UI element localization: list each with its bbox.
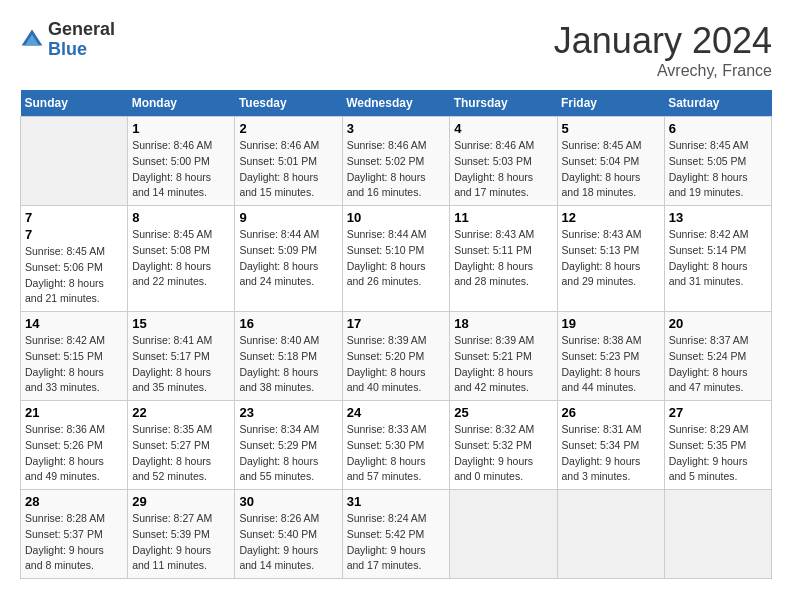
day-number: 12 xyxy=(562,210,660,225)
calendar-cell: 1Sunrise: 8:46 AM Sunset: 5:00 PM Daylig… xyxy=(128,117,235,206)
day-number: 23 xyxy=(239,405,337,420)
calendar-cell: 11Sunrise: 8:43 AM Sunset: 5:11 PM Dayli… xyxy=(450,206,557,312)
day-info: Sunrise: 8:46 AM Sunset: 5:01 PM Dayligh… xyxy=(239,138,337,201)
calendar-cell: 17Sunrise: 8:39 AM Sunset: 5:20 PM Dayli… xyxy=(342,312,450,401)
day-info: Sunrise: 8:27 AM Sunset: 5:39 PM Dayligh… xyxy=(132,511,230,574)
calendar-cell: 18Sunrise: 8:39 AM Sunset: 5:21 PM Dayli… xyxy=(450,312,557,401)
day-number: 20 xyxy=(669,316,767,331)
day-info: Sunrise: 8:43 AM Sunset: 5:11 PM Dayligh… xyxy=(454,227,552,290)
day-info: Sunrise: 8:45 AM Sunset: 5:06 PM Dayligh… xyxy=(25,244,123,307)
calendar-cell: 3Sunrise: 8:46 AM Sunset: 5:02 PM Daylig… xyxy=(342,117,450,206)
calendar-cell: 13Sunrise: 8:42 AM Sunset: 5:14 PM Dayli… xyxy=(664,206,771,312)
day-info: Sunrise: 8:39 AM Sunset: 5:20 PM Dayligh… xyxy=(347,333,446,396)
calendar-cell: 16Sunrise: 8:40 AM Sunset: 5:18 PM Dayli… xyxy=(235,312,342,401)
day-number: 19 xyxy=(562,316,660,331)
day-info: Sunrise: 8:46 AM Sunset: 5:00 PM Dayligh… xyxy=(132,138,230,201)
calendar-cell: 4Sunrise: 8:46 AM Sunset: 5:03 PM Daylig… xyxy=(450,117,557,206)
calendar-cell: 31Sunrise: 8:24 AM Sunset: 5:42 PM Dayli… xyxy=(342,490,450,579)
day-info: Sunrise: 8:45 AM Sunset: 5:04 PM Dayligh… xyxy=(562,138,660,201)
calendar-cell: 15Sunrise: 8:41 AM Sunset: 5:17 PM Dayli… xyxy=(128,312,235,401)
day-number: 16 xyxy=(239,316,337,331)
day-info: Sunrise: 8:26 AM Sunset: 5:40 PM Dayligh… xyxy=(239,511,337,574)
day-info: Sunrise: 8:45 AM Sunset: 5:05 PM Dayligh… xyxy=(669,138,767,201)
day-info: Sunrise: 8:40 AM Sunset: 5:18 PM Dayligh… xyxy=(239,333,337,396)
day-number: 5 xyxy=(562,121,660,136)
calendar-week-row: 14Sunrise: 8:42 AM Sunset: 5:15 PM Dayli… xyxy=(21,312,772,401)
weekday-header-monday: Monday xyxy=(128,90,235,117)
day-number: 27 xyxy=(669,405,767,420)
calendar-cell: 24Sunrise: 8:33 AM Sunset: 5:30 PM Dayli… xyxy=(342,401,450,490)
day-info: Sunrise: 8:42 AM Sunset: 5:15 PM Dayligh… xyxy=(25,333,123,396)
calendar-table: SundayMondayTuesdayWednesdayThursdayFrid… xyxy=(20,90,772,579)
day-number: 7 xyxy=(25,227,123,242)
day-number: 1 xyxy=(132,121,230,136)
day-info: Sunrise: 8:34 AM Sunset: 5:29 PM Dayligh… xyxy=(239,422,337,485)
day-info: Sunrise: 8:41 AM Sunset: 5:17 PM Dayligh… xyxy=(132,333,230,396)
location-title: Avrechy, France xyxy=(554,62,772,80)
calendar-cell: 12Sunrise: 8:43 AM Sunset: 5:13 PM Dayli… xyxy=(557,206,664,312)
calendar-week-row: 21Sunrise: 8:36 AM Sunset: 5:26 PM Dayli… xyxy=(21,401,772,490)
logo-text: General Blue xyxy=(48,20,115,60)
day-info: Sunrise: 8:33 AM Sunset: 5:30 PM Dayligh… xyxy=(347,422,446,485)
day-info: Sunrise: 8:24 AM Sunset: 5:42 PM Dayligh… xyxy=(347,511,446,574)
calendar-cell: 6Sunrise: 8:45 AM Sunset: 5:05 PM Daylig… xyxy=(664,117,771,206)
day-number: 13 xyxy=(669,210,767,225)
day-info: Sunrise: 8:31 AM Sunset: 5:34 PM Dayligh… xyxy=(562,422,660,485)
day-number: 25 xyxy=(454,405,552,420)
day-number: 28 xyxy=(25,494,123,509)
day-info: Sunrise: 8:29 AM Sunset: 5:35 PM Dayligh… xyxy=(669,422,767,485)
day-number: 4 xyxy=(454,121,552,136)
day-number: 14 xyxy=(25,316,123,331)
weekday-header-thursday: Thursday xyxy=(450,90,557,117)
day-number: 30 xyxy=(239,494,337,509)
day-number: 29 xyxy=(132,494,230,509)
day-number: 9 xyxy=(239,210,337,225)
calendar-cell: 30Sunrise: 8:26 AM Sunset: 5:40 PM Dayli… xyxy=(235,490,342,579)
calendar-cell xyxy=(21,117,128,206)
day-info: Sunrise: 8:42 AM Sunset: 5:14 PM Dayligh… xyxy=(669,227,767,290)
calendar-cell: 20Sunrise: 8:37 AM Sunset: 5:24 PM Dayli… xyxy=(664,312,771,401)
calendar-cell: 8Sunrise: 8:45 AM Sunset: 5:08 PM Daylig… xyxy=(128,206,235,312)
calendar-cell: 9Sunrise: 8:44 AM Sunset: 5:09 PM Daylig… xyxy=(235,206,342,312)
weekday-header-sunday: Sunday xyxy=(21,90,128,117)
logo-icon xyxy=(20,28,44,52)
day-info: Sunrise: 8:37 AM Sunset: 5:24 PM Dayligh… xyxy=(669,333,767,396)
calendar-cell: 21Sunrise: 8:36 AM Sunset: 5:26 PM Dayli… xyxy=(21,401,128,490)
day-info: Sunrise: 8:46 AM Sunset: 5:02 PM Dayligh… xyxy=(347,138,446,201)
calendar-week-row: 1Sunrise: 8:46 AM Sunset: 5:00 PM Daylig… xyxy=(21,117,772,206)
day-number: 22 xyxy=(132,405,230,420)
day-number: 21 xyxy=(25,405,123,420)
day-info: Sunrise: 8:38 AM Sunset: 5:23 PM Dayligh… xyxy=(562,333,660,396)
day-info: Sunrise: 8:32 AM Sunset: 5:32 PM Dayligh… xyxy=(454,422,552,485)
day-info: Sunrise: 8:36 AM Sunset: 5:26 PM Dayligh… xyxy=(25,422,123,485)
calendar-cell: 77Sunrise: 8:45 AM Sunset: 5:06 PM Dayli… xyxy=(21,206,128,312)
day-info: Sunrise: 8:28 AM Sunset: 5:37 PM Dayligh… xyxy=(25,511,123,574)
day-info: Sunrise: 8:45 AM Sunset: 5:08 PM Dayligh… xyxy=(132,227,230,290)
day-number: 18 xyxy=(454,316,552,331)
logo: General Blue xyxy=(20,20,115,60)
month-title: January 2024 xyxy=(554,20,772,62)
weekday-header-saturday: Saturday xyxy=(664,90,771,117)
calendar-cell: 25Sunrise: 8:32 AM Sunset: 5:32 PM Dayli… xyxy=(450,401,557,490)
day-number: 17 xyxy=(347,316,446,331)
calendar-cell: 14Sunrise: 8:42 AM Sunset: 5:15 PM Dayli… xyxy=(21,312,128,401)
day-info: Sunrise: 8:44 AM Sunset: 5:09 PM Dayligh… xyxy=(239,227,337,290)
title-block: January 2024 Avrechy, France xyxy=(554,20,772,80)
day-number: 10 xyxy=(347,210,446,225)
weekday-header-wednesday: Wednesday xyxy=(342,90,450,117)
calendar-cell: 19Sunrise: 8:38 AM Sunset: 5:23 PM Dayli… xyxy=(557,312,664,401)
calendar-cell: 27Sunrise: 8:29 AM Sunset: 5:35 PM Dayli… xyxy=(664,401,771,490)
calendar-cell xyxy=(664,490,771,579)
weekday-header-tuesday: Tuesday xyxy=(235,90,342,117)
calendar-week-row: 28Sunrise: 8:28 AM Sunset: 5:37 PM Dayli… xyxy=(21,490,772,579)
logo-blue-text: Blue xyxy=(48,40,115,60)
calendar-cell: 10Sunrise: 8:44 AM Sunset: 5:10 PM Dayli… xyxy=(342,206,450,312)
day-number: 15 xyxy=(132,316,230,331)
calendar-header-row: SundayMondayTuesdayWednesdayThursdayFrid… xyxy=(21,90,772,117)
calendar-week-row: 77Sunrise: 8:45 AM Sunset: 5:06 PM Dayli… xyxy=(21,206,772,312)
calendar-cell xyxy=(450,490,557,579)
day-number: 26 xyxy=(562,405,660,420)
day-number: 6 xyxy=(669,121,767,136)
logo-general-text: General xyxy=(48,20,115,40)
day-info: Sunrise: 8:39 AM Sunset: 5:21 PM Dayligh… xyxy=(454,333,552,396)
